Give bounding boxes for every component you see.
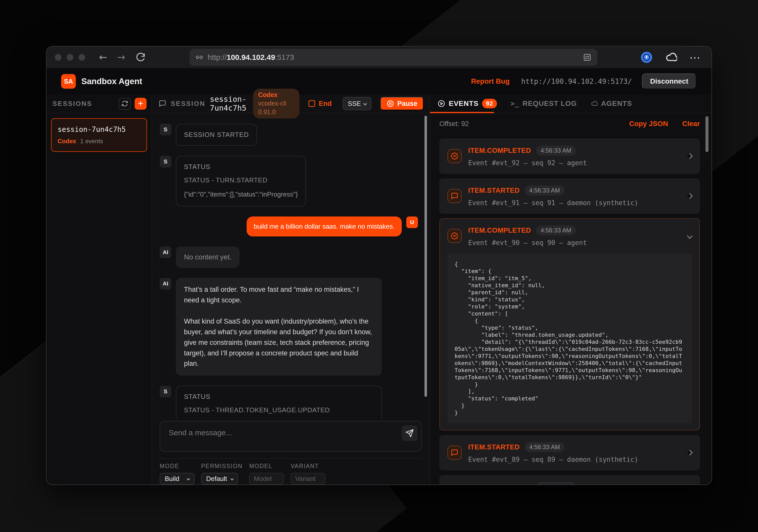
tab-events[interactable]: EVENTS 92: [438, 99, 497, 108]
avatar: AI: [160, 247, 171, 258]
event-card-expanded[interactable]: ITEM.COMPLETED 4:56:33 AM Event #evt_90 …: [439, 218, 700, 430]
avatar: S: [160, 124, 171, 135]
browser-window: ← → http://100.94.102.49:5173 ⋯: [46, 46, 712, 485]
cloud-icon[interactable]: [665, 51, 677, 64]
ai-bubble: That’s a tall order. To move fast and “m…: [176, 278, 382, 376]
address-bar[interactable]: http://100.94.102.49:5173: [190, 49, 597, 66]
chat-message: S STATUS STATUS - THREAD.TOKEN_USAGE.UPD…: [160, 386, 418, 419]
event-summary: Event #evt_91 — seq 91 — daemon (synthet…: [468, 199, 681, 207]
event-card[interactable]: ITEM.STARTED 4:56:33 AM Event #evt_89 — …: [439, 435, 700, 470]
transport-select[interactable]: SSE: [343, 97, 371, 110]
chevron-down-icon: [363, 102, 367, 105]
events-offset: Offset: 92: [439, 120, 469, 128]
bubble-subtitle: STATUS - THREAD.TOKEN_USAGE.UPDATED: [184, 406, 374, 414]
report-bug-link[interactable]: Report Bug: [471, 77, 509, 85]
session-item-name: session-7un4c7h5: [57, 125, 141, 134]
disconnect-button[interactable]: Disconnect: [642, 74, 696, 89]
events-list: Offset: 92 Copy JSON Clear ITEM.COMPLETE…: [430, 113, 711, 484]
plus-icon: +: [138, 98, 143, 109]
chat-message: AI That’s a tall order. To move fast and…: [160, 278, 418, 376]
chat-scrollbar[interactable]: [425, 116, 427, 397]
pause-button[interactable]: Pause: [381, 97, 424, 110]
event-card[interactable]: ITEM.STARTED 4:56:33 AM Event #evt_91 — …: [439, 178, 700, 214]
permission-select[interactable]: Default: [201, 473, 238, 484]
bubble-title: SESSION STARTED: [184, 131, 249, 139]
send-button[interactable]: [402, 425, 417, 441]
event-summary: Event #evt_92 — seq 92 — agent: [468, 159, 681, 167]
avatar: AI: [160, 278, 171, 289]
chat-bubble-icon: [447, 189, 462, 203]
clear-events-button[interactable]: Clear: [682, 120, 700, 128]
tab-request-log[interactable]: >_ REQUEST LOG: [511, 100, 577, 108]
chevron-right-icon: [687, 450, 693, 456]
chevron-right-icon: [687, 153, 693, 159]
terminal-icon: >_: [511, 100, 519, 107]
back-icon[interactable]: ←: [99, 52, 107, 62]
chevron-right-icon: [687, 193, 693, 199]
event-type: ITEM.STARTED: [468, 187, 520, 194]
event-time: 4:56:33 AM: [536, 482, 576, 484]
session-list-item[interactable]: session-7un4c7h5 Codex 1 events: [51, 118, 147, 152]
pause-circle-icon: [387, 100, 394, 107]
bubble-code: {"id":"0","items":[],"status":"inProgres…: [184, 189, 298, 199]
chat-message-user: build me a billion dollar saas. make no …: [160, 216, 418, 236]
session-panel: SESSION session-7un4c7h5 Codex vcodex-cl…: [152, 94, 430, 484]
tab-agents-label: AGENTS: [601, 100, 632, 108]
forward-icon[interactable]: →: [117, 52, 125, 62]
onepassword-icon[interactable]: [641, 51, 652, 63]
event-card[interactable]: ITEM.COMPLETED 4:56:33 AM Event #evt_92 …: [439, 138, 700, 174]
session-label: SESSION: [171, 100, 205, 108]
app-header: SA Sandbox Agent Report Bug http://100.9…: [47, 68, 711, 94]
reload-icon[interactable]: [135, 52, 146, 62]
chat-message: S SESSION STARTED: [160, 124, 418, 146]
window-traffic-lights: [55, 54, 85, 61]
events-count-badge: 92: [482, 99, 497, 108]
avatar: U: [406, 216, 418, 228]
events-scrollbar[interactable]: [706, 116, 708, 152]
cloud-icon: [591, 100, 598, 107]
event-time: 4:56:33 AM: [525, 442, 565, 452]
browser-toolbar: ← → http://100.94.102.49:5173 ⋯: [47, 47, 711, 68]
refresh-icon: [121, 100, 128, 107]
link-icon: [195, 53, 204, 62]
event-card[interactable]: ITEM.COMPLETED 4:56:33 AM Event #evt_88 …: [439, 475, 700, 484]
model-input[interactable]: [249, 473, 284, 484]
variant-input[interactable]: [291, 473, 326, 484]
end-session-button[interactable]: End: [308, 100, 331, 108]
copy-json-button[interactable]: Copy JSON: [629, 120, 668, 128]
check-circle-icon: [447, 149, 462, 163]
model-label: MODEL: [249, 463, 284, 470]
bubble-paragraph: What kind of SaaS do you want (industry/…: [184, 316, 374, 369]
event-json-payload: { "item": { "item_id": "itm_5", "native_…: [447, 253, 692, 423]
sessions-title: SESSIONS: [52, 100, 92, 108]
browser-menu-icon[interactable]: ⋯: [689, 51, 702, 64]
tab-agents[interactable]: AGENTS: [591, 100, 632, 108]
refresh-sessions-button[interactable]: [119, 98, 131, 110]
transport-value: SSE: [348, 100, 361, 108]
bubble-subtitle: STATUS - TURN.STARTED: [184, 176, 298, 184]
minimize-window-button[interactable]: [67, 54, 73, 61]
app-logo: SA: [61, 74, 76, 89]
new-session-button[interactable]: +: [135, 98, 147, 110]
permission-value: Default: [206, 475, 227, 483]
session-panel-header: SESSION session-7un4c7h5 Codex vcodex-cl…: [152, 94, 430, 113]
avatar: S: [160, 386, 171, 397]
mode-label: MODE: [160, 463, 194, 470]
bubble-title: STATUS: [184, 393, 374, 401]
message-input[interactable]: [160, 421, 422, 451]
events-tabs: EVENTS 92 >_ REQUEST LOG AGENTS: [430, 94, 711, 113]
close-window-button[interactable]: [55, 54, 61, 61]
chat-bubble-icon: [447, 446, 462, 460]
send-icon: [405, 429, 414, 438]
event-type: ITEM.COMPLETED: [468, 227, 531, 234]
variant-label: VARIANT: [291, 463, 326, 470]
reader-settings-icon[interactable]: [583, 53, 592, 62]
server-url: http://100.94.102.49:5173/: [521, 77, 632, 85]
sessions-sidebar: SESSIONS + session-7un4c7h5 Codex 1 even…: [47, 94, 152, 484]
event-type: ITEM.COMPLETED: [468, 483, 531, 485]
chat-message: AI No content yet.: [160, 247, 418, 268]
session-item-event-count: 1 events: [80, 138, 103, 145]
maximize-window-button[interactable]: [79, 54, 85, 61]
mode-select[interactable]: Build: [160, 473, 194, 484]
user-bubble: build me a billion dollar saas. make no …: [247, 216, 402, 236]
